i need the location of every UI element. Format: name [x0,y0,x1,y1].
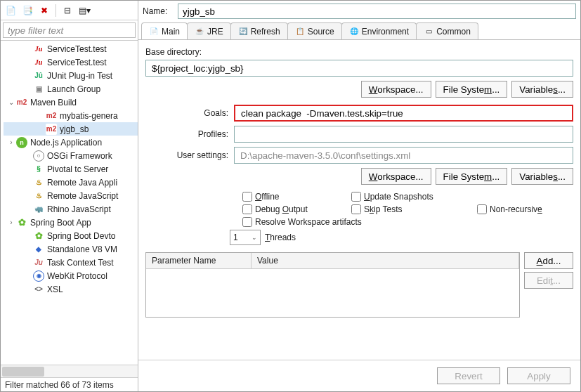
goals-input[interactable] [234,105,573,122]
tree-item-label: Standalone V8 VM [47,244,117,254]
m2-icon: m2 [16,97,27,108]
update-snapshots-checkbox[interactable]: Update Snapshots [351,192,464,202]
js-icon: ♨ [33,190,44,202]
apply-button[interactable]: Apply [507,367,570,384]
tree-horizontal-scrollbar[interactable] [1,365,138,377]
config-tree-pane: 📄 📑 ✖ ⊟ ▤▾ JuServiceTest.testJuServiceTe… [1,1,138,391]
tab-icon: ▭ [424,27,433,37]
resolve-workspace-checkbox[interactable]: Resolve Workspace artifacts [242,217,573,227]
tab-refresh[interactable]: 🔄Refresh [230,22,288,39]
tab-main[interactable]: 📄Main [141,22,188,39]
config-name-input[interactable] [178,4,576,19]
file-system-button-2[interactable]: File System... [436,168,508,185]
filter-input[interactable] [3,22,136,38]
profiles-label: Profiles: [145,129,230,139]
dialog-footer: Revert Apply [138,360,580,391]
tab-common[interactable]: ▭Common [416,22,478,39]
variables-button-2[interactable]: Variables... [511,168,573,185]
tree-item-label: Remote Java Appli [47,178,117,188]
tree-item-label: Task Context Test [47,258,114,268]
tree-item-label: ServiceTest.test [47,58,107,67]
tree-item-label: Node.js Application [30,138,102,148]
file-system-button-1[interactable]: File System... [436,81,508,98]
tree-item[interactable]: <>XSL [4,282,138,296]
collapse-all-icon[interactable]: ⊟ [60,4,74,18]
tab-jre[interactable]: ☕JRE [187,22,231,39]
tab-label: Source [308,27,334,37]
debug-output-checkbox[interactable]: Debug Output [242,204,339,214]
tree-item[interactable]: ✿Spring Boot Devto [4,229,138,242]
edit-param-button[interactable]: Edit... [524,272,573,289]
duplicate-config-icon[interactable]: 📑 [20,4,34,18]
tree-item[interactable]: ♨Remote JavaScript [4,189,138,202]
tree-item[interactable]: JuServiceTest.test [4,42,138,55]
tab-main-content: Base directory: WWorkspace...orkspace...… [138,40,580,360]
tree-item-label: yjgb_sb [60,124,89,134]
tree-item[interactable]: JuTask Context Test [4,256,138,269]
revert-button[interactable]: Revert [437,367,500,384]
filter-wrap [1,20,138,41]
name-row: Name: [138,1,580,22]
tree-item[interactable]: ▣Launch Group [4,82,138,96]
tree-item[interactable]: JûJUnit Plug-in Test [4,69,138,82]
ju-icon: Ju [33,44,44,55]
tree-item-label: WebKit Protocol [47,271,107,281]
workspace-button-1[interactable]: WWorkspace...orkspace... [361,81,431,98]
osgi-icon: ○ [33,150,44,162]
tab-icon: 📋 [295,27,305,37]
twisty-icon: › [6,218,16,226]
skip-tests-checkbox[interactable]: Skip Tests [351,204,464,214]
tree-item[interactable]: ◆Standalone V8 VM [4,242,138,256]
tab-label: Refresh [251,27,280,37]
node-icon: n [16,137,27,148]
threads-label: Threads [265,233,296,242]
tree-item-label: Remote JavaScript [47,191,118,201]
tab-environment[interactable]: 🌐Environment [341,22,417,39]
add-param-button[interactable]: Add... [524,252,573,269]
ju-icon: Ju [33,57,44,68]
m2-icon: m2 [46,110,57,122]
tree-item[interactable]: ◉WebKit Protocol [4,269,138,282]
workspace-button-2[interactable]: Workspace... [361,168,431,185]
tree-item[interactable]: ⌄m2Maven Build [4,96,138,109]
non-recursive-checkbox[interactable]: Non-recursive [477,204,573,214]
tree-item[interactable]: ♨Remote Java Appli [4,176,138,189]
spring-icon: ✿ [16,217,27,228]
v8-icon: ◆ [33,244,44,255]
threads-spinner[interactable]: 1⌄ [230,230,261,245]
parameters-area: Parameter Name Value Add... Edit... [145,252,573,318]
tree-item[interactable]: 🦏Rhino JavaScript [4,202,138,216]
tree-item-label: Launch Group [47,84,100,94]
tree-item-label: ServiceTest.test [47,44,107,54]
new-config-icon[interactable]: 📄 [4,4,18,18]
xsl-icon: <> [33,284,44,295]
config-tree[interactable]: JuServiceTest.testJuServiceTest.testJûJU… [1,41,138,365]
profiles-input[interactable] [234,126,573,143]
spring-icon: ✿ [33,230,44,242]
tree-item[interactable]: ›✿Spring Boot App [4,216,138,229]
tree-item[interactable]: m2yjgb_sb [4,122,138,136]
tree-item[interactable]: JuServiceTest.test [4,55,138,69]
toolbar-separator [56,4,56,17]
user-settings-input[interactable] [234,147,573,164]
tree-item[interactable]: ○OSGi Framework [4,149,138,162]
filter-status: Filter matched 66 of 73 items [1,377,138,391]
offline-checkbox[interactable]: Offline [242,192,339,202]
tree-item[interactable]: §Pivotal tc Server [4,162,138,176]
name-label: Name: [143,6,174,16]
tab-source[interactable]: 📋Source [287,22,342,39]
tab-icon: ☕ [195,27,204,37]
tree-item-label: Rhino JavaScript [47,204,111,214]
tree-item-label: mybatis-genera [60,111,118,121]
filter-dropdown-icon[interactable]: ▤▾ [77,4,91,18]
tab-label: Common [436,27,471,37]
tree-item-label: Spring Boot Devto [47,231,115,241]
parameters-table[interactable]: Parameter Name Value [145,252,520,318]
tree-item[interactable]: m2mybatis-genera [4,109,138,122]
base-dir-input[interactable] [145,60,573,77]
tab-icon: 🌐 [349,27,359,37]
goals-label: Goals: [145,108,230,118]
variables-button-1[interactable]: Variables... [511,81,573,98]
delete-config-icon[interactable]: ✖ [37,4,51,18]
tree-item[interactable]: ›nNode.js Application [4,136,138,149]
